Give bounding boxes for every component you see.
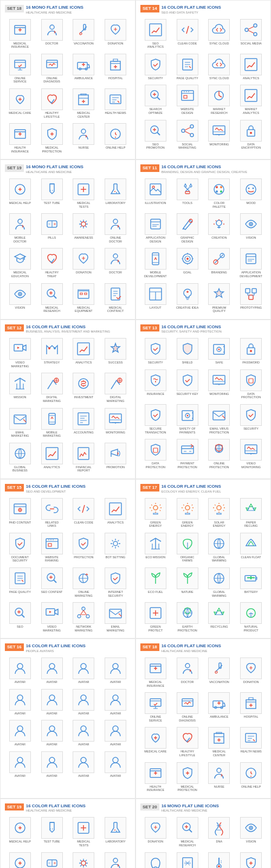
icon-box: [73, 88, 94, 110]
svg-point-176: [250, 827, 252, 829]
icon-item: AVATAR: [69, 750, 99, 780]
icon-label: ECO FUEL: [148, 590, 163, 594]
icon-item: DOCTOR: [37, 17, 67, 50]
icon-item: DONATION: [140, 815, 171, 848]
svg-rect-89: [78, 448, 89, 459]
icon-label: BRANDING: [211, 271, 227, 275]
icon-item: SOCIAL MEDIA: [236, 17, 266, 50]
icon-label: MONITORING: [210, 143, 229, 146]
icon-item: SHIELD: [172, 336, 203, 366]
icon-box: [240, 692, 262, 714]
icon-item: PILLS: [37, 212, 67, 245]
icon-item: HEALTHY TREAT: [37, 246, 67, 279]
svg-point-92: [218, 349, 220, 350]
icon-label: MEDICAL RESEARCH: [41, 306, 63, 313]
set-block-set18_left: SET 18 16 MONO FLAT LINE ICONS HEALTHCAR…: [0, 0, 136, 159]
icon-label: FINANCIAL REPORT: [72, 465, 95, 473]
icon-label: MEDICAL CARE: [9, 111, 31, 115]
icon-item: ANALYTICS: [37, 441, 67, 474]
icon-box: [145, 283, 166, 305]
set-subtitle: HEALTHCARE AND MEDICINE: [26, 170, 131, 174]
icon-box: [105, 567, 126, 589]
icon-box: [105, 720, 126, 742]
svg-point-45: [19, 293, 21, 295]
icon-box: [41, 720, 63, 742]
icon-box: [145, 567, 166, 589]
icon-label: ONLINE MARKETING: [72, 590, 95, 597]
icon-label: DIGITAL MARKETING: [41, 395, 63, 403]
icon-label: COLOR PALETTE: [208, 201, 230, 208]
icon-label: DIGITAL MARKETING: [104, 395, 127, 403]
icon-box: [41, 658, 63, 679]
icons-grid: MEDICAL HELP TEST TUBE: [5, 177, 131, 315]
icon-item: DOCTOR: [100, 246, 131, 279]
icon-item: DNA: [204, 815, 235, 848]
svg-point-161: [114, 829, 115, 831]
main-grid: SET 18 16 MONO FLAT LINE ICONS HEALTHCAR…: [0, 0, 271, 868]
icon-item: FINANCIAL REPORT: [69, 441, 99, 474]
icon-item: SEO CONTENT: [37, 566, 67, 599]
icon-box: [177, 762, 198, 784]
icon-item: DATA PROTECTION: [236, 368, 266, 401]
icon-item: VISION: [236, 212, 266, 245]
icon-item: CLEAN CODE: [172, 17, 203, 50]
icon-label: CLEAN FLOAT: [241, 556, 261, 559]
icon-box: [208, 369, 230, 391]
icon-item: WEBSITE RANKING: [37, 531, 67, 564]
icon-box: [73, 443, 94, 464]
icon-item: MARKET ANALYTICS: [236, 83, 266, 116]
icon-item: VIDEO MONITORING: [236, 437, 266, 470]
icon-item: MEDICAL INSURANCE: [5, 17, 35, 50]
svg-rect-85: [78, 413, 89, 425]
icon-item: AVATAR: [37, 718, 67, 748]
icon-box: [208, 602, 230, 624]
set-header: SET 16 16 COLOR FLAT LINE ICONS PEOPLE A…: [5, 643, 131, 653]
icon-label: ILLUSTRATION: [145, 201, 166, 205]
icon-box: [177, 120, 198, 142]
icon-item: SECURITY: [236, 403, 266, 436]
icon-label: TOOLS: [182, 201, 192, 205]
icon-box: [208, 439, 230, 461]
icon-item: SOCIAL MARKETING: [172, 118, 203, 151]
icon-box: [240, 369, 262, 391]
icons-grid: SEO ANALYTICS CLEAN CODE: [140, 17, 266, 151]
svg-point-116: [82, 607, 85, 610]
icon-item: HEALTH NEWS: [100, 87, 131, 120]
icon-label: ANALYTICS: [44, 465, 60, 469]
icon-item: MEDICAL RESEARCH: [37, 282, 67, 315]
icon-item: ONLINE DIAGNOSIS: [172, 691, 203, 724]
icon-box: [240, 817, 262, 839]
icon-item: MEDICAL CARE: [140, 725, 171, 758]
icon-label: ONLINE DIAGNOSIS: [41, 76, 63, 84]
svg-point-162: [116, 831, 117, 832]
icon-label: MEDICAL INSURANCE: [144, 680, 167, 687]
icon-item: ONLINE DOCTOR: [100, 851, 131, 869]
icon-label: CLEAN CODE: [178, 42, 197, 46]
icon-box: [9, 54, 31, 75]
icon-label: PROMOTION: [106, 465, 125, 469]
icon-label: AVATAR: [46, 774, 57, 778]
icon-label: EMAIL VIRUS PROTECTION: [208, 427, 230, 434]
set-title: 16 COLOR FLAT LINE ICONS: [26, 484, 131, 489]
icon-box: [73, 602, 94, 624]
icon-label: BATTERY: [244, 590, 258, 594]
svg-point-56: [220, 190, 222, 193]
set-title: 16 COLOR FLAT LINE ICONS: [162, 164, 266, 170]
svg-point-36: [116, 192, 117, 193]
icon-item: SECURE TRANSACTION: [140, 403, 171, 436]
icon-label: ECO MISSION: [146, 556, 166, 559]
icon-item: TEST TUBE: [37, 177, 67, 210]
icon-label: PROTOTYPING: [240, 306, 262, 310]
svg-point-64: [250, 224, 252, 225]
svg-rect-60: [151, 219, 160, 229]
icon-label: STRATEGY: [44, 361, 60, 365]
icon-item: ILLUSTRATION: [140, 177, 171, 210]
icon-box: [41, 283, 63, 305]
icon-label: SOCIAL MEDIA: [241, 42, 262, 46]
icon-label: SYNC CLOUD: [209, 76, 229, 80]
icon-box: [208, 658, 230, 679]
icon-label: HEALTH NEWS: [240, 750, 261, 754]
icon-item: MEDICAL CARE: [5, 87, 35, 120]
set-title: 16 COLOR FLAT LINE ICONS: [26, 643, 131, 649]
icon-label: HEALTH INSURANCE: [144, 785, 167, 792]
